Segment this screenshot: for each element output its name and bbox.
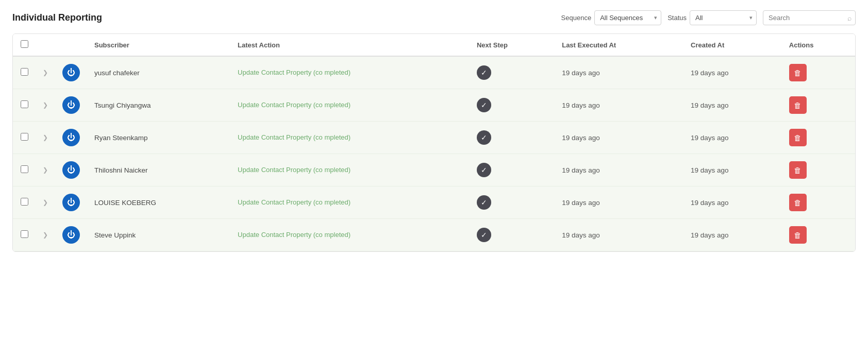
row-last-executed-at: 19 days ago	[555, 89, 683, 122]
row-checkbox-cell	[13, 219, 36, 251]
row-next-step: ✓	[470, 56, 555, 89]
page-container: Individual Reporting Sequence All Sequen…	[0, 0, 868, 357]
row-latest-action: Update Contact Property (co mpleted)	[230, 56, 470, 89]
row-checkbox[interactable]	[21, 133, 28, 141]
row-created-at: 19 days ago	[683, 186, 782, 219]
delete-button[interactable]: 🗑	[789, 64, 807, 81]
page-header: Individual Reporting Sequence All Sequen…	[12, 10, 856, 25]
row-created-at: 19 days ago	[683, 219, 782, 251]
row-actions-cell: 🗑	[782, 122, 855, 154]
search-input[interactable]	[763, 10, 856, 25]
row-checkbox-cell	[13, 186, 36, 219]
row-last-executed-at: 19 days ago	[555, 56, 683, 89]
status-label: Status	[667, 14, 687, 22]
page-title: Individual Reporting	[12, 12, 102, 23]
row-actions-cell: 🗑	[782, 89, 855, 122]
row-latest-action: Update Contact Property (co mpleted)	[230, 154, 470, 186]
row-created-at: 19 days ago	[683, 122, 782, 154]
row-actions-cell: 🗑	[782, 154, 855, 186]
row-icon-cell: ⏻	[55, 186, 87, 219]
row-checkbox-cell	[13, 56, 36, 89]
chevron-right-icon[interactable]: ❯	[43, 231, 48, 239]
table-row: ❯ ⏻ LOUISE KOEBERG Update Contact Proper…	[13, 186, 855, 219]
sequence-select[interactable]: All Sequences	[594, 10, 661, 25]
header-controls: Sequence All Sequences ▾ Status All ▾ ⌕	[561, 10, 856, 25]
row-expand-cell[interactable]: ❯	[36, 89, 55, 122]
header-icon-col	[55, 34, 87, 56]
row-icon-cell: ⏻	[55, 154, 87, 186]
header-row: Subscriber Latest Action Next Step Last …	[13, 34, 855, 56]
row-latest-action: Update Contact Property (co mpleted)	[230, 122, 470, 154]
delete-button[interactable]: 🗑	[789, 129, 807, 146]
power-icon: ⏻	[62, 129, 80, 146]
row-subscriber-name: Steve Uppink	[87, 219, 230, 251]
check-circle-icon: ✓	[477, 195, 491, 210]
power-icon: ⏻	[62, 226, 80, 244]
check-circle-icon: ✓	[477, 228, 491, 242]
table-row: ❯ ⏻ Steve Uppink Update Contact Property…	[13, 219, 855, 251]
row-next-step: ✓	[470, 219, 555, 251]
row-icon-cell: ⏻	[55, 219, 87, 251]
check-circle-icon: ✓	[477, 65, 491, 80]
table-row: ❯ ⏻ Ryan Steenkamp Update Contact Proper…	[13, 122, 855, 154]
table-body: ❯ ⏻ yusuf chafeker Update Contact Proper…	[13, 56, 855, 251]
row-checkbox[interactable]	[21, 68, 28, 76]
power-icon: ⏻	[62, 161, 80, 179]
row-latest-action: Update Contact Property (co mpleted)	[230, 219, 470, 251]
row-expand-cell[interactable]: ❯	[36, 154, 55, 186]
row-subscriber-name: Ryan Steenkamp	[87, 122, 230, 154]
table-row: ❯ ⏻ Thiloshni Naicker Update Contact Pro…	[13, 154, 855, 186]
header-created-at: Created At	[683, 34, 782, 56]
power-icon: ⏻	[62, 96, 80, 114]
table-row: ❯ ⏻ yusuf chafeker Update Contact Proper…	[13, 56, 855, 89]
row-next-step: ✓	[470, 186, 555, 219]
chevron-right-icon[interactable]: ❯	[43, 166, 48, 174]
table-row: ❯ ⏻ Tsungi Chiyangwa Update Contact Prop…	[13, 89, 855, 122]
select-all-checkbox[interactable]	[21, 40, 28, 48]
row-last-executed-at: 19 days ago	[555, 154, 683, 186]
header-checkbox-col	[13, 34, 36, 56]
chevron-right-icon[interactable]: ❯	[43, 134, 48, 141]
row-actions-cell: 🗑	[782, 56, 855, 89]
row-checkbox-cell	[13, 154, 36, 186]
row-expand-cell[interactable]: ❯	[36, 122, 55, 154]
row-checkbox[interactable]	[21, 100, 28, 108]
status-select-wrapper: All ▾	[690, 10, 757, 25]
sequence-control-group: Sequence All Sequences ▾	[561, 10, 662, 25]
header-actions: Actions	[782, 34, 855, 56]
table-header: Subscriber Latest Action Next Step Last …	[13, 34, 855, 56]
row-last-executed-at: 19 days ago	[555, 186, 683, 219]
chevron-right-icon[interactable]: ❯	[43, 199, 48, 206]
subscribers-table: Subscriber Latest Action Next Step Last …	[13, 34, 855, 251]
check-circle-icon: ✓	[477, 163, 491, 177]
row-actions-cell: 🗑	[782, 186, 855, 219]
status-control-group: Status All ▾	[667, 10, 757, 25]
search-wrapper: ⌕	[763, 10, 856, 25]
sequence-select-wrapper: All Sequences ▾	[594, 10, 661, 25]
row-last-executed-at: 19 days ago	[555, 122, 683, 154]
row-next-step: ✓	[470, 122, 555, 154]
delete-button[interactable]: 🗑	[789, 161, 807, 179]
row-expand-cell[interactable]: ❯	[36, 219, 55, 251]
row-checkbox[interactable]	[21, 165, 28, 173]
row-subscriber-name: Thiloshni Naicker	[87, 154, 230, 186]
row-actions-cell: 🗑	[782, 219, 855, 251]
row-expand-cell[interactable]: ❯	[36, 186, 55, 219]
chevron-right-icon[interactable]: ❯	[43, 69, 48, 76]
chevron-right-icon[interactable]: ❯	[43, 101, 48, 109]
delete-button[interactable]: 🗑	[789, 226, 807, 244]
row-checkbox[interactable]	[21, 198, 28, 206]
delete-button[interactable]: 🗑	[789, 96, 807, 114]
row-created-at: 19 days ago	[683, 56, 782, 89]
status-select[interactable]: All	[690, 10, 757, 25]
header-expand-col	[36, 34, 55, 56]
row-expand-cell[interactable]: ❯	[36, 56, 55, 89]
delete-button[interactable]: 🗑	[789, 194, 807, 211]
sequence-label: Sequence	[561, 14, 592, 22]
row-icon-cell: ⏻	[55, 122, 87, 154]
row-checkbox[interactable]	[21, 230, 28, 238]
row-subscriber-name: yusuf chafeker	[87, 56, 230, 89]
row-created-at: 19 days ago	[683, 89, 782, 122]
table-container: Subscriber Latest Action Next Step Last …	[12, 33, 856, 252]
row-subscriber-name: LOUISE KOEBERG	[87, 186, 230, 219]
